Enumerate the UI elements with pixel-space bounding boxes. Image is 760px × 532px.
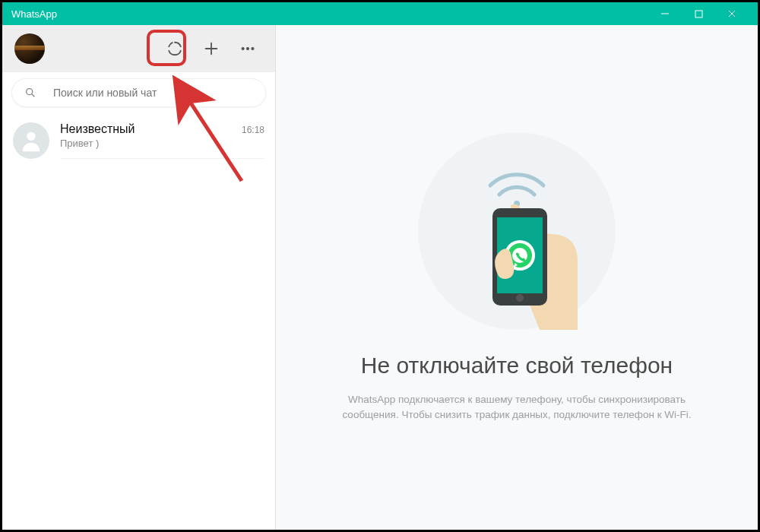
main-panel: Не отключайте свой телефон WhatsApp подк… (276, 25, 758, 530)
titlebar: WhatsApp (2, 2, 758, 25)
search-icon (24, 87, 36, 99)
person-icon (18, 128, 44, 154)
svg-line-10 (32, 94, 34, 97)
dots-icon (239, 40, 256, 57)
svg-point-15 (516, 294, 524, 302)
chat-item[interactable]: Неизвестный 16:18 Привет ) (2, 113, 275, 168)
maximize-button[interactable] (682, 2, 715, 25)
empty-illustration (418, 132, 616, 330)
sidebar-header (2, 25, 275, 72)
status-icon (166, 40, 183, 57)
profile-avatar[interactable] (14, 33, 45, 64)
empty-heading: Не отключайте свой телефон (342, 353, 691, 378)
svg-rect-1 (695, 11, 702, 17)
search-bar[interactable] (11, 78, 266, 107)
search-input[interactable] (53, 87, 253, 99)
status-button[interactable] (160, 33, 190, 64)
chat-info: Неизвестный 16:18 Привет ) (60, 122, 264, 159)
chat-name: Неизвестный (60, 122, 135, 136)
menu-button[interactable] (233, 33, 263, 64)
app-body: Неизвестный 16:18 Привет ) (2, 25, 758, 530)
close-button[interactable] (715, 2, 749, 25)
new-chat-button[interactable] (196, 33, 226, 64)
window-title: WhatsApp (11, 8, 648, 20)
svg-point-6 (242, 47, 244, 49)
sidebar: Неизвестный 16:18 Привет ) (2, 25, 276, 530)
chat-list: Неизвестный 16:18 Привет ) (2, 113, 275, 530)
app-window: WhatsApp (0, 0, 760, 532)
empty-description: WhatsApp подключается к вашему телефону,… (342, 392, 691, 423)
chat-preview: Привет ) (60, 138, 264, 149)
chat-time: 16:18 (242, 125, 264, 135)
plus-icon (203, 40, 220, 57)
svg-point-9 (27, 89, 33, 95)
minimize-button[interactable] (648, 2, 682, 25)
svg-point-8 (252, 47, 254, 49)
svg-point-7 (246, 47, 249, 49)
svg-point-11 (27, 132, 35, 141)
contact-avatar (13, 122, 49, 159)
empty-state: Не отключайте свой телефон WhatsApp подк… (327, 117, 706, 439)
